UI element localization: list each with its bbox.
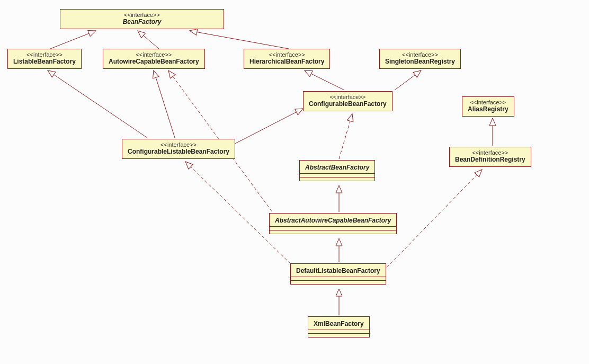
compartment: [300, 173, 374, 177]
node-singleton-bean-registry[interactable]: <<interface>> SingletonBeanRegistry: [379, 49, 461, 69]
svg-line-2: [190, 31, 289, 49]
node-alias-registry[interactable]: <<interface>> AliasRegistry: [462, 96, 514, 117]
svg-line-15: [387, 170, 482, 268]
stereotype-label: <<interface>>: [455, 149, 525, 156]
node-default-listable-bean-factory[interactable]: DefaultListableBeanFactory: [290, 263, 386, 285]
compartment: [270, 226, 396, 230]
svg-line-3: [305, 70, 344, 90]
stereotype-label: <<interface>>: [66, 12, 218, 18]
compartment: [300, 177, 374, 181]
stereotype-label: <<interface>>: [13, 51, 76, 58]
class-name: SingletonBeanRegistry: [385, 58, 455, 65]
node-hierarchical-bean-factory[interactable]: <<interface>> HierarchicalBeanFactory: [244, 49, 330, 69]
svg-line-1: [138, 31, 159, 49]
compartment: [308, 330, 369, 333]
svg-line-6: [154, 70, 175, 138]
class-name: BeanFactory: [66, 18, 218, 25]
stereotype-label: <<interface>>: [128, 141, 229, 148]
svg-line-7: [233, 109, 303, 145]
node-configurable-bean-factory[interactable]: <<interface>> ConfigurableBeanFactory: [303, 91, 392, 111]
stereotype-label: <<interface>>: [385, 51, 455, 58]
class-name: XmlBeanFactory: [314, 319, 364, 330]
stereotype-label: <<interface>>: [109, 51, 199, 58]
svg-line-0: [50, 31, 96, 49]
class-name: BeanDefinitionRegistry: [455, 156, 525, 163]
node-autowire-capable-bean-factory[interactable]: <<interface>> AutowireCapableBeanFactory: [103, 49, 205, 69]
svg-line-12: [339, 114, 352, 159]
class-name: AliasRegistry: [468, 105, 508, 113]
compartment: [291, 277, 386, 280]
stereotype-label: <<interface>>: [309, 94, 387, 100]
class-name: ConfigurableBeanFactory: [309, 100, 387, 108]
node-abstract-bean-factory[interactable]: AbstractBeanFactory: [299, 160, 375, 181]
svg-line-4: [395, 70, 421, 90]
node-listable-bean-factory[interactable]: <<interface>> ListableBeanFactory: [7, 49, 82, 69]
stereotype-label: <<interface>>: [468, 99, 508, 105]
class-name: ListableBeanFactory: [13, 58, 76, 65]
node-configurable-listable-bean-factory[interactable]: <<interface>> ConfigurableListableBeanFa…: [122, 139, 235, 159]
compartment: [270, 230, 396, 234]
compartment: [308, 333, 369, 337]
node-bean-definition-registry[interactable]: <<interface>> BeanDefinitionRegistry: [449, 147, 531, 167]
class-name: AbstractBeanFactory: [305, 163, 369, 173]
node-xml-bean-factory[interactable]: XmlBeanFactory: [308, 316, 370, 338]
class-name: ConfigurableListableBeanFactory: [128, 148, 229, 155]
svg-line-5: [48, 70, 147, 138]
node-bean-factory[interactable]: <<interface>> BeanFactory: [60, 9, 224, 29]
class-name: AutowireCapableBeanFactory: [109, 58, 199, 65]
node-abstract-autowire-capable-bean-factory[interactable]: AbstractAutowireCapableBeanFactory: [269, 213, 397, 234]
class-name: HierarchicalBeanFactory: [249, 58, 324, 65]
class-name: DefaultListableBeanFactory: [296, 266, 380, 277]
stereotype-label: <<interface>>: [249, 51, 324, 58]
class-name: AbstractAutowireCapableBeanFactory: [275, 216, 391, 226]
compartment: [291, 280, 386, 284]
